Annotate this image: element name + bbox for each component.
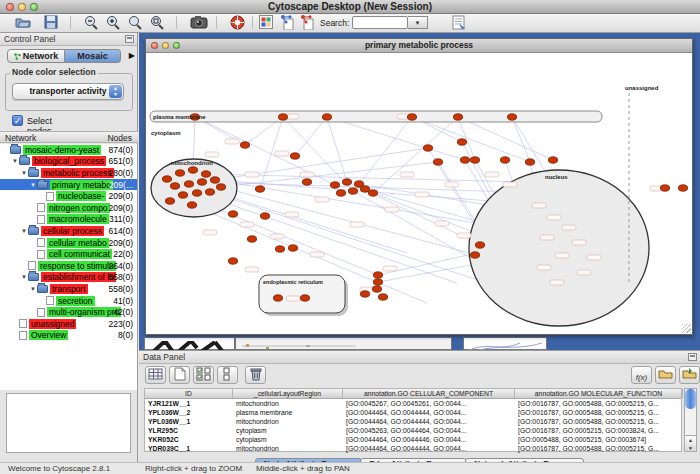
table-row[interactable]: YPL036W__2plasma membrane[GO:0044464, GO… (145, 408, 681, 417)
network-node[interactable] (470, 157, 479, 163)
table-column-header[interactable]: annotation.GO CELLULAR_COMPONENT (343, 389, 515, 398)
table-column-header[interactable]: annotation.GO MOLECULAR_FUNCTION (515, 389, 683, 398)
network-node[interactable] (228, 258, 237, 264)
delete-attribute-button[interactable] (245, 366, 266, 384)
tab-network[interactable]: Network (7, 49, 65, 63)
network-node[interactable] (165, 198, 174, 204)
network-node[interactable] (187, 202, 196, 208)
network-node[interactable] (273, 295, 282, 301)
network-node[interactable] (660, 185, 669, 191)
network-node[interactable] (453, 114, 462, 120)
network-node[interactable] (322, 114, 331, 120)
attribute-grid-button[interactable] (145, 366, 166, 384)
table-scrollbar[interactable]: ▲▼ (684, 388, 697, 452)
open-session-button[interactable] (14, 15, 32, 31)
network-node[interactable] (360, 186, 369, 192)
save-session-button[interactable] (42, 15, 60, 31)
disclosure-icon[interactable]: ▼ (11, 158, 19, 164)
network-node[interactable] (302, 179, 311, 185)
attribute-table-header[interactable]: ID_cellularLayoutRegionannotation.GO CEL… (145, 389, 681, 399)
tree-item[interactable]: nucleobase-209(0) (0, 190, 137, 202)
more-tabs-icon[interactable]: ▶ (129, 51, 135, 60)
tree-item[interactable]: ▼biological_process651(0) (0, 156, 137, 168)
scrollbar-thumb[interactable] (685, 389, 696, 409)
table-row[interactable]: YLR295Ccytoplasm[GO:0045263, GO:0044464,… (145, 426, 681, 435)
background-window-fragment[interactable] (463, 337, 547, 350)
unselect-attributes-button[interactable] (217, 366, 238, 384)
network-node[interactable] (548, 157, 557, 163)
network-node[interactable] (188, 167, 197, 173)
table-column-header[interactable]: _cellularLayoutRegion (233, 389, 343, 398)
tree-item[interactable]: ▼cellular process614(0) (0, 225, 137, 237)
tree-item[interactable]: ▼metabolic process280(0) (0, 167, 137, 179)
network-node[interactable] (278, 114, 287, 120)
network-node[interactable] (475, 242, 484, 248)
network-node[interactable] (275, 246, 284, 252)
network-node[interactable] (205, 189, 214, 195)
zoom-fit-button[interactable] (126, 15, 144, 31)
import-attributes-file-button[interactable] (679, 366, 700, 384)
disclosure-icon[interactable]: ▼ (20, 274, 28, 280)
frame-resize-grip[interactable] (682, 324, 691, 333)
snapshot-button[interactable] (190, 15, 208, 31)
network-view-titlebar[interactable]: primary metabolic process (146, 39, 692, 53)
network-node[interactable] (433, 159, 442, 165)
network-node[interactable] (192, 190, 201, 196)
attribute-table[interactable]: ID_cellularLayoutRegionannotation.GO CEL… (144, 388, 682, 452)
network-node[interactable] (372, 286, 381, 292)
network-node[interactable] (201, 171, 210, 177)
node-color-dropdown[interactable]: transporter activity ▲▼ (12, 83, 124, 100)
new-attribute-button[interactable] (169, 366, 190, 384)
tree-item[interactable]: ▼establishment of lo558(0) (0, 272, 137, 284)
network-node[interactable] (175, 170, 184, 176)
network-node[interactable] (255, 186, 264, 192)
search-dropdown-button[interactable]: ▼ (408, 16, 428, 29)
network-node[interactable] (184, 181, 193, 187)
tree-item[interactable]: ▼transport558(0) (0, 283, 137, 295)
network-node[interactable] (457, 139, 466, 145)
float-panel-icon[interactable] (125, 35, 134, 43)
table-column-header[interactable]: ID (145, 389, 233, 398)
background-window-fragment[interactable] (235, 337, 452, 350)
network-node[interactable] (288, 245, 297, 251)
network-node[interactable] (290, 153, 299, 159)
network-node[interactable] (170, 183, 179, 189)
tree-item[interactable]: multi-organism pro42(0) (0, 306, 137, 318)
network-node[interactable] (373, 272, 382, 278)
network-node[interactable] (678, 185, 687, 191)
network-node[interactable] (330, 182, 339, 188)
network-canvas[interactable]: plasma membrane cytoplasm mitochondrion … (147, 53, 692, 334)
network-node[interactable] (197, 179, 206, 185)
plasma-membrane-compartment[interactable] (150, 111, 602, 122)
tree-item[interactable]: cell communicat22(0) (0, 248, 137, 260)
tree-item[interactable]: ▼primary metabo209(... (0, 179, 137, 191)
import-network-button[interactable] (279, 15, 295, 31)
scrollbar-arrows[interactable]: ▲▼ (685, 435, 696, 451)
network-node[interactable] (460, 157, 469, 163)
network-node[interactable] (162, 176, 171, 182)
float-panel-icon[interactable] (688, 353, 697, 361)
birds-eye-view[interactable] (6, 393, 131, 453)
search-options-button[interactable] (450, 15, 468, 31)
table-row[interactable]: YKR052Ccytoplasm[GO:0044464, GO:0044446,… (145, 435, 681, 444)
select-attributes-button[interactable] (193, 366, 214, 384)
plugin-manager-button[interactable] (258, 15, 274, 31)
tree-item[interactable]: secretion41(0) (0, 295, 137, 307)
network-node[interactable] (423, 145, 432, 151)
disclosure-icon[interactable]: ▼ (20, 228, 28, 234)
network-node[interactable] (178, 192, 187, 198)
network-view-frame[interactable]: primary metabolic process plasma membran… (145, 38, 693, 335)
network-node[interactable] (260, 213, 269, 219)
tree-item[interactable]: mosaic-demo-yeast874(0) (0, 144, 137, 156)
network-node[interactable] (470, 252, 479, 258)
background-window-fragment[interactable] (144, 337, 235, 350)
network-node[interactable] (247, 236, 256, 242)
help-button[interactable] (228, 15, 246, 31)
tree-item[interactable]: macromolecule311(0) (0, 214, 137, 226)
network-node[interactable] (342, 179, 351, 185)
network-node[interactable] (368, 190, 377, 196)
tree-item[interactable]: response to stimulu264(0) (0, 260, 137, 272)
network-node[interactable] (378, 294, 387, 300)
network-node[interactable] (300, 295, 309, 301)
tree-item[interactable]: nitrogen compo209(0) (0, 202, 137, 214)
